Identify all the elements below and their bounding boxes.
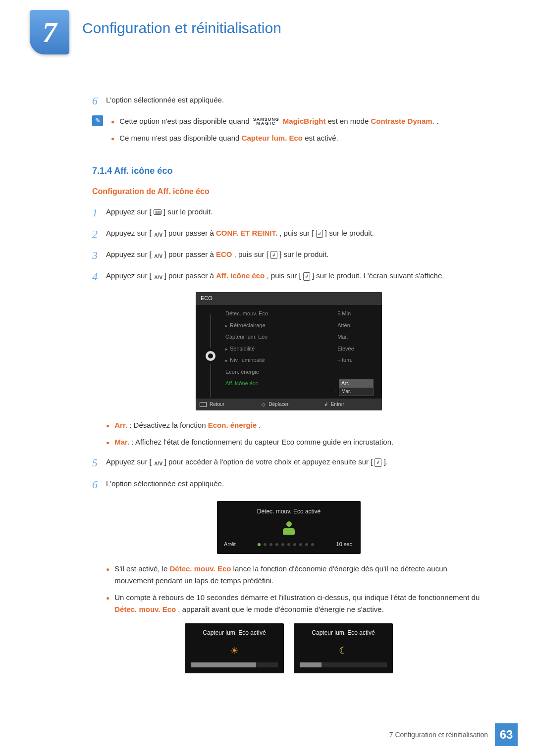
up-down-icon: ∧/∨ — [154, 272, 162, 283]
text: Appuyez sur [ — [106, 250, 152, 258]
capteur-lum-eco-hi: Capteur lum. Eco — [242, 134, 303, 142]
text: ] sur le produit. — [163, 207, 213, 216]
text: . — [259, 421, 261, 429]
step-5: 5 Appuyez sur [ ∧/∨ ] pour accéder à l'o… — [92, 456, 485, 471]
osd-row: Econ. énergie — [225, 366, 377, 378]
page-body: 6 L'option sélectionnée est appliquée. ✎… — [0, 74, 535, 673]
up-down-icon: ∧/∨ — [154, 230, 162, 240]
text: ] pour accéder à l'option de votre choix… — [164, 457, 373, 466]
gear-icon — [206, 351, 215, 361]
text: Appuyez sur [ — [106, 271, 152, 280]
enter-icon: ↲ — [374, 458, 381, 466]
countdown-overlay: Détec. mouv. Eco activé Arrêt 10 sec. — [217, 501, 361, 554]
bullet-dot-icon: ● — [106, 438, 109, 448]
step-number: 6 — [92, 92, 106, 109]
osd-row: RétroéclairageAttén. — [225, 320, 377, 332]
text: Un compte à rebours de 10 secondes démar… — [114, 593, 480, 602]
enter-icon: ↲ — [303, 272, 310, 280]
osd-footer: Retour ◇Déplacer ↲Entrer — [196, 399, 382, 410]
prior-step: 6 L'option sélectionnée est appliquée. — [92, 94, 485, 109]
brightness-meter — [300, 662, 387, 667]
osd-active-label: Aff. icône éco — [225, 379, 332, 396]
step-text: L'option sélectionnée est appliquée. — [106, 478, 485, 493]
text: Cette option n'est pas disponible quand — [119, 117, 251, 125]
up-down-icon: ∧/∨ — [154, 458, 162, 469]
step-number: 6 — [92, 476, 106, 493]
info-bullet: ● S'il est activé, le Détec. mouv. Eco l… — [106, 563, 485, 587]
chapter-title: Configuration et réinitialisation — [82, 20, 281, 37]
bullet-dot-icon: ● — [111, 117, 114, 127]
bullet-dot-icon: ● — [106, 594, 109, 615]
text: ] pour passer à — [164, 229, 216, 237]
step-number: 3 — [92, 247, 106, 264]
mar-hi: Mar. — [114, 438, 129, 446]
moon-icon: ☾ — [300, 643, 387, 658]
text: ] sur le produit. L'écran suivant s'affi… — [312, 271, 444, 280]
overlay-right-label: 10 sec. — [336, 540, 354, 549]
text: ] pour passer à — [164, 250, 216, 258]
osd-option: Mar. — [339, 388, 373, 396]
option-bullet-arr: ● Arr. : Désactivez la fonction Econ. én… — [106, 419, 485, 431]
text: ] sur le produit. — [325, 229, 374, 237]
step-number: 2 — [92, 225, 106, 243]
note-bullet: ● Cette option n'est pas disponible quan… — [111, 115, 485, 127]
note-block: ✎ ● Cette option n'est pas disponible qu… — [92, 115, 485, 149]
note-bullet: ● Ce menu n'est pas disponible quand Cap… — [111, 132, 485, 144]
text: S'il est activé, le — [114, 564, 169, 573]
brightness-meter — [191, 662, 278, 667]
detec-mouv-eco-hi: Détec. mouv. Eco — [170, 564, 231, 573]
osd-selected-option: Arr. — [339, 380, 373, 388]
text: est activé. — [305, 134, 338, 142]
osd-side-spine — [196, 308, 225, 398]
text: ] pour passer à — [164, 271, 216, 280]
lux-title: Capteur lum. Eco activé — [300, 628, 387, 638]
bullet-dot-icon: ● — [106, 565, 109, 587]
text: Appuyez sur [ — [106, 229, 152, 237]
text: : Désactivez la fonction — [129, 421, 208, 429]
step-number: 1 — [92, 204, 106, 221]
info-bullet: ● Un compte à rebours de 10 secondes dém… — [106, 592, 485, 615]
osd-eco-menu: ECO Détec. mouv. Eco5 Min Rétroéclairage… — [196, 292, 382, 410]
page-footer: 7 Configuration et réinitialisation 63 — [389, 723, 518, 746]
osd-row-active: Aff. icône éco : Arr. Mar. — [225, 378, 377, 398]
bullet-dot-icon: ● — [106, 421, 109, 431]
section-subtitle: Configuration de Aff. icône éco — [92, 185, 485, 198]
step-number: 5 — [92, 454, 106, 471]
step-1: 1 Appuyez sur [ ] sur le produit. — [92, 206, 485, 221]
text: ]. — [384, 457, 388, 466]
text: Appuyez sur [ — [106, 457, 152, 466]
samsung-magic-logo: SAMSUNGMAGIC — [253, 117, 279, 125]
text: : Affichez l'état de fonctionnement du c… — [131, 438, 393, 446]
text: , puis sur [ — [267, 271, 301, 280]
osd-title: ECO — [196, 292, 382, 305]
chapter-number-badge: 7 — [30, 10, 69, 54]
text: Appuyez sur [ — [106, 207, 152, 216]
bullet-dot-icon: ● — [111, 134, 114, 144]
econ-energie-hi: Econ. énergie — [208, 421, 257, 429]
overlay-left-label: Arrêt — [224, 540, 236, 549]
text: ] sur le produit. — [279, 250, 328, 258]
lux-panel-bright: Capteur lum. Eco activé ☀ — [185, 623, 284, 673]
step-6: 6 L'option sélectionnée est appliquée. — [92, 478, 485, 493]
up-down-icon: ∧/∨ — [154, 251, 162, 261]
move-icon: ◇ — [262, 401, 266, 408]
person-icon — [281, 521, 296, 536]
text: , puis sur [ — [279, 229, 314, 237]
osd-row: SensibilitéElevée — [225, 343, 377, 355]
menu-button-icon — [154, 209, 161, 215]
contraste-dynam-hi: Contraste Dynam. — [371, 117, 434, 125]
footer-text: 7 Configuration et réinitialisation — [389, 731, 488, 739]
text: , puis sur [ — [234, 250, 268, 258]
enter-icon: ↲ — [270, 251, 277, 259]
arr-hi: Arr. — [114, 421, 127, 429]
magicbright-hi: MagicBright — [283, 117, 326, 125]
countdown-dots — [258, 543, 314, 546]
overlay-title: Détec. mouv. Eco activé — [224, 507, 354, 516]
option-bullet-mar: ● Mar. : Affichez l'état de fonctionneme… — [106, 436, 485, 448]
conf-reinit-hi: CONF. ET REINIT. — [216, 229, 277, 237]
lux-panel-dark: Capteur lum. Eco activé ☾ — [294, 623, 393, 673]
chapter-header: 7 Configuration et réinitialisation — [0, 0, 535, 74]
step-3: 3 Appuyez sur [ ∧/∨ ] pour passer à ECO … — [92, 249, 485, 264]
osd-row: Capteur lum. EcoMar. — [225, 331, 377, 343]
step-2: 2 Appuyez sur [ ∧/∨ ] pour passer à CONF… — [92, 227, 485, 243]
